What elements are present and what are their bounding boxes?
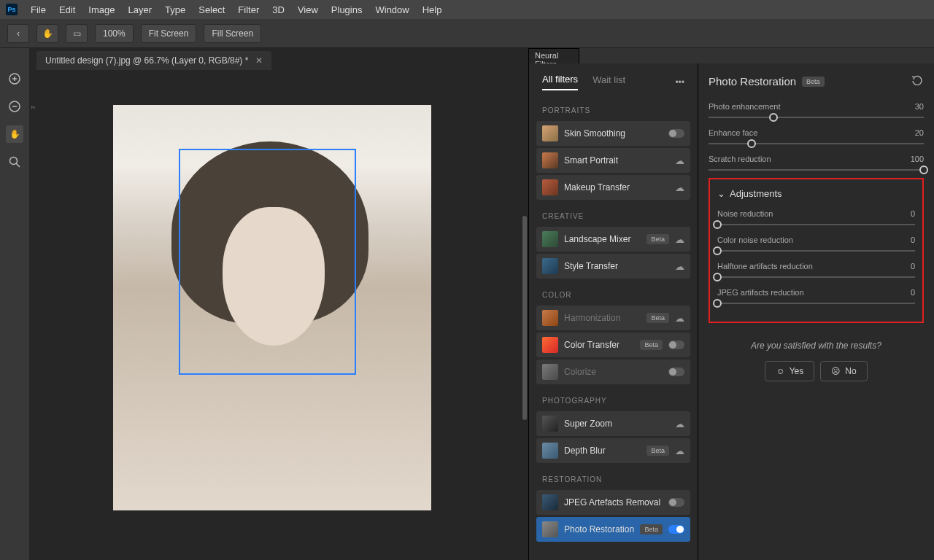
menu-select[interactable]: Select xyxy=(198,4,225,15)
zoom-level[interactable]: 100% xyxy=(95,24,134,43)
slider-track[interactable] xyxy=(709,117,924,118)
toggle-colorize[interactable] xyxy=(668,368,684,376)
slider-track[interactable] xyxy=(717,250,915,252)
filter-skin-smoothing[interactable]: Skin Smoothing xyxy=(536,121,690,146)
menu-layer[interactable]: Layer xyxy=(128,4,153,15)
filter-jpeg-artefacts[interactable]: JPEG Artefacts Removal xyxy=(536,490,690,515)
scrollbar-thumb[interactable] xyxy=(522,216,527,420)
reset-icon[interactable] xyxy=(911,75,924,88)
app-logo: Ps xyxy=(6,4,18,15)
category-color: COLOR xyxy=(533,281,693,303)
menubar: Ps File Edit Image Layer Type Select Fil… xyxy=(0,0,934,19)
menu-window[interactable]: Window xyxy=(375,4,409,15)
menu-file[interactable]: File xyxy=(31,4,46,15)
cloud-icon: ☁ xyxy=(675,182,684,193)
face-selection-box[interactable] xyxy=(179,149,356,375)
filter-makeup-transfer[interactable]: Makeup Transfer☁ xyxy=(536,175,690,200)
cloud-icon: ☁ xyxy=(675,261,684,272)
cloud-icon: ☁ xyxy=(675,155,684,166)
category-photography: PHOTOGRAPHY xyxy=(533,386,693,409)
svg-line-6 xyxy=(16,163,20,167)
zoom-tool[interactable] xyxy=(6,153,23,171)
slider-thumb[interactable] xyxy=(713,273,722,281)
menu-type[interactable]: Type xyxy=(165,4,185,15)
slider-color-noise-reduction: Color noise reduction0 xyxy=(717,236,915,252)
adjustments-group: ⌄Adjustments Noise reduction0 Color nois… xyxy=(709,178,924,323)
toggle-jpeg-artefacts[interactable] xyxy=(668,498,684,507)
filter-depth-blur[interactable]: Depth BlurBeta☁ xyxy=(536,438,690,463)
slider-thumb[interactable] xyxy=(713,299,722,308)
zoom-in-icon[interactable] xyxy=(6,70,23,88)
fill-screen-button[interactable]: Fill Screen xyxy=(204,24,261,43)
menu-edit[interactable]: Edit xyxy=(59,4,75,15)
canvas[interactable] xyxy=(113,105,431,510)
category-creative: CREATIVE xyxy=(533,202,693,225)
category-restoration: RESTORATION xyxy=(533,465,693,488)
filter-photo-restoration[interactable]: Photo RestorationBeta xyxy=(536,517,690,542)
slider-thumb[interactable] xyxy=(919,166,928,174)
menu-filter[interactable]: Filter xyxy=(238,4,259,15)
left-toolbar: ✋ xyxy=(0,48,29,560)
slider-noise-reduction: Noise reduction0 xyxy=(717,209,915,225)
toggle-color-transfer[interactable] xyxy=(668,341,684,349)
cloud-icon: ☁ xyxy=(675,446,684,456)
filter-smart-portrait[interactable]: Smart Portrait☁ xyxy=(536,148,690,173)
hand-tool-icon[interactable]: ✋ xyxy=(36,24,58,43)
menu-help[interactable]: Help xyxy=(422,4,442,15)
toggle-skin-smoothing[interactable] xyxy=(668,129,684,138)
document-image xyxy=(113,105,431,510)
menu-image[interactable]: Image xyxy=(88,4,115,15)
adjustments-toggle[interactable]: ⌄Adjustments xyxy=(717,188,915,199)
filter-super-zoom[interactable]: Super Zoom☁ xyxy=(536,411,690,436)
panel-title: Photo Restoration xyxy=(709,75,796,88)
more-menu-icon[interactable]: ••• xyxy=(675,77,684,88)
zoom-out-icon[interactable] xyxy=(6,98,23,115)
filter-harmonization[interactable]: HarmonizationBeta☁ xyxy=(536,306,690,330)
document-tab[interactable]: Untitled design (7).jpg @ 66.7% (Layer 0… xyxy=(36,51,271,70)
close-icon[interactable]: ✕ xyxy=(255,55,263,66)
options-bar: ‹ ✋ ▭ 100% Fit Screen Fill Screen xyxy=(0,19,934,48)
tab-all-filters[interactable]: All filters xyxy=(542,74,578,90)
document-title: Untitled design (7).jpg @ 66.7% (Layer 0… xyxy=(45,55,248,66)
filter-landscape-mixer[interactable]: Landscape MixerBeta☁ xyxy=(536,227,690,252)
slider-thumb[interactable] xyxy=(713,220,722,229)
beta-badge: Beta xyxy=(802,77,825,87)
filter-color-transfer[interactable]: Color TransferBeta xyxy=(536,332,690,357)
filter-colorize[interactable]: Colorize xyxy=(536,359,690,384)
feedback-section: Are you satisfied with the results? ☺Yes… xyxy=(709,341,924,381)
slider-track[interactable] xyxy=(717,224,915,225)
frown-icon: ☹ xyxy=(831,366,841,376)
slider-scratch-reduction: Scratch reduction100 xyxy=(709,155,924,171)
fit-screen-button[interactable]: Fit Screen xyxy=(141,24,197,43)
slider-enhance-face: Enhance face20 xyxy=(709,128,924,144)
slider-track[interactable] xyxy=(709,169,924,171)
slider-thumb[interactable] xyxy=(713,246,722,255)
menu-view[interactable]: View xyxy=(298,4,318,15)
tab-wait-list[interactable]: Wait list xyxy=(593,74,625,90)
feedback-no-button[interactable]: ☹No xyxy=(820,361,867,381)
chevron-down-icon: ⌄ xyxy=(717,188,725,199)
hand-tool[interactable]: ✋ xyxy=(6,125,23,143)
cloud-icon: ☁ xyxy=(675,234,684,245)
slider-thumb[interactable] xyxy=(747,139,756,148)
feedback-question: Are you satisfied with the results? xyxy=(709,341,924,351)
slider-halftone-reduction: Halftone artifacts reduction0 xyxy=(717,262,915,278)
back-button[interactable]: ‹ xyxy=(7,24,29,43)
filters-panel: All filters Wait list ••• PORTRAITS Skin… xyxy=(528,63,698,560)
neural-filters-tab[interactable]: Neural Filters xyxy=(528,48,579,63)
cloud-icon: ☁ xyxy=(675,313,684,324)
window-arrange-icon[interactable]: ▭ xyxy=(66,24,88,43)
slider-track[interactable] xyxy=(717,303,915,304)
menu-plugins[interactable]: Plugins xyxy=(331,4,363,15)
filter-style-transfer[interactable]: Style Transfer☁ xyxy=(536,254,690,279)
settings-panel: Photo Restoration Beta Photo enhancement… xyxy=(698,63,934,560)
slider-jpeg-artifacts-reduction: JPEG artifacts reduction0 xyxy=(717,288,915,304)
feedback-yes-button[interactable]: ☺Yes xyxy=(765,361,814,381)
slider-track[interactable] xyxy=(709,143,924,144)
slider-track[interactable] xyxy=(717,276,915,278)
category-portraits: PORTRAITS xyxy=(533,96,693,119)
menu-3d[interactable]: 3D xyxy=(272,4,285,15)
slider-thumb[interactable] xyxy=(769,113,778,122)
toggle-photo-restoration[interactable] xyxy=(668,525,684,534)
expand-tools-icon[interactable]: ›› xyxy=(31,104,36,109)
